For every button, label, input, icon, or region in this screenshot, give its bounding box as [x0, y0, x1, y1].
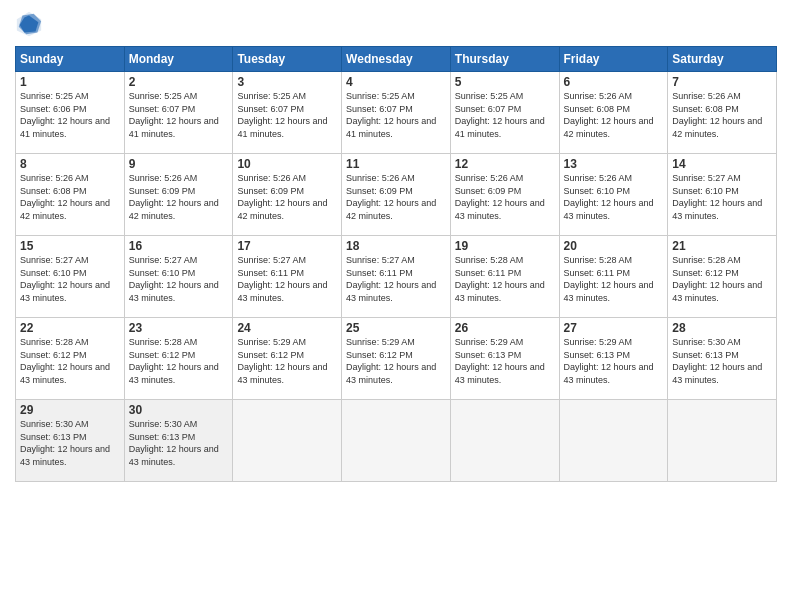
- calendar-cell: 26 Sunrise: 5:29 AM Sunset: 6:13 PM Dayl…: [450, 318, 559, 400]
- daylight-label: Daylight: 12 hours and 43 minutes.: [20, 444, 110, 467]
- day-number: 17: [237, 239, 337, 253]
- sunset-label: Sunset: 6:07 PM: [129, 104, 196, 114]
- weekday-header: Friday: [559, 47, 668, 72]
- sunrise-label: Sunrise: 5:27 AM: [20, 255, 89, 265]
- calendar-week-row: 1 Sunrise: 5:25 AM Sunset: 6:06 PM Dayli…: [16, 72, 777, 154]
- calendar-cell: 16 Sunrise: 5:27 AM Sunset: 6:10 PM Dayl…: [124, 236, 233, 318]
- day-number: 13: [564, 157, 664, 171]
- sunrise-label: Sunrise: 5:29 AM: [564, 337, 633, 347]
- sunrise-label: Sunrise: 5:25 AM: [20, 91, 89, 101]
- sunrise-label: Sunrise: 5:25 AM: [129, 91, 198, 101]
- day-info: Sunrise: 5:28 AM Sunset: 6:12 PM Dayligh…: [672, 254, 772, 304]
- daylight-label: Daylight: 12 hours and 43 minutes.: [564, 280, 654, 303]
- calendar-cell: 7 Sunrise: 5:26 AM Sunset: 6:08 PM Dayli…: [668, 72, 777, 154]
- sunset-label: Sunset: 6:13 PM: [129, 432, 196, 442]
- day-number: 29: [20, 403, 120, 417]
- day-info: Sunrise: 5:25 AM Sunset: 6:07 PM Dayligh…: [346, 90, 446, 140]
- daylight-label: Daylight: 12 hours and 43 minutes.: [455, 198, 545, 221]
- calendar-cell: 28 Sunrise: 5:30 AM Sunset: 6:13 PM Dayl…: [668, 318, 777, 400]
- daylight-label: Daylight: 12 hours and 41 minutes.: [237, 116, 327, 139]
- sunset-label: Sunset: 6:09 PM: [346, 186, 413, 196]
- sunset-label: Sunset: 6:12 PM: [237, 350, 304, 360]
- sunrise-label: Sunrise: 5:27 AM: [129, 255, 198, 265]
- logo-icon: [15, 10, 43, 38]
- sunset-label: Sunset: 6:10 PM: [564, 186, 631, 196]
- calendar-cell: 9 Sunrise: 5:26 AM Sunset: 6:09 PM Dayli…: [124, 154, 233, 236]
- sunset-label: Sunset: 6:13 PM: [564, 350, 631, 360]
- day-number: 24: [237, 321, 337, 335]
- daylight-label: Daylight: 12 hours and 42 minutes.: [237, 198, 327, 221]
- weekday-header: Sunday: [16, 47, 125, 72]
- sunrise-label: Sunrise: 5:25 AM: [237, 91, 306, 101]
- day-info: Sunrise: 5:28 AM Sunset: 6:11 PM Dayligh…: [564, 254, 664, 304]
- calendar-cell: 21 Sunrise: 5:28 AM Sunset: 6:12 PM Dayl…: [668, 236, 777, 318]
- calendar-cell: 18 Sunrise: 5:27 AM Sunset: 6:11 PM Dayl…: [342, 236, 451, 318]
- calendar-week-row: 22 Sunrise: 5:28 AM Sunset: 6:12 PM Dayl…: [16, 318, 777, 400]
- day-number: 30: [129, 403, 229, 417]
- day-number: 21: [672, 239, 772, 253]
- day-number: 12: [455, 157, 555, 171]
- sunrise-label: Sunrise: 5:30 AM: [20, 419, 89, 429]
- daylight-label: Daylight: 12 hours and 41 minutes.: [129, 116, 219, 139]
- sunrise-label: Sunrise: 5:26 AM: [346, 173, 415, 183]
- day-info: Sunrise: 5:29 AM Sunset: 6:13 PM Dayligh…: [455, 336, 555, 386]
- sunrise-label: Sunrise: 5:27 AM: [672, 173, 741, 183]
- day-number: 22: [20, 321, 120, 335]
- sunrise-label: Sunrise: 5:25 AM: [346, 91, 415, 101]
- sunset-label: Sunset: 6:13 PM: [672, 350, 739, 360]
- sunrise-label: Sunrise: 5:26 AM: [129, 173, 198, 183]
- sunset-label: Sunset: 6:06 PM: [20, 104, 87, 114]
- day-info: Sunrise: 5:27 AM Sunset: 6:10 PM Dayligh…: [672, 172, 772, 222]
- daylight-label: Daylight: 12 hours and 43 minutes.: [237, 280, 327, 303]
- weekday-header: Saturday: [668, 47, 777, 72]
- sunset-label: Sunset: 6:12 PM: [672, 268, 739, 278]
- sunrise-label: Sunrise: 5:30 AM: [129, 419, 198, 429]
- calendar-cell: 25 Sunrise: 5:29 AM Sunset: 6:12 PM Dayl…: [342, 318, 451, 400]
- calendar-week-row: 29 Sunrise: 5:30 AM Sunset: 6:13 PM Dayl…: [16, 400, 777, 482]
- day-info: Sunrise: 5:29 AM Sunset: 6:12 PM Dayligh…: [346, 336, 446, 386]
- sunset-label: Sunset: 6:13 PM: [455, 350, 522, 360]
- weekday-header: Thursday: [450, 47, 559, 72]
- daylight-label: Daylight: 12 hours and 43 minutes.: [564, 198, 654, 221]
- day-number: 23: [129, 321, 229, 335]
- sunset-label: Sunset: 6:10 PM: [129, 268, 196, 278]
- sunrise-label: Sunrise: 5:27 AM: [346, 255, 415, 265]
- day-number: 18: [346, 239, 446, 253]
- daylight-label: Daylight: 12 hours and 42 minutes.: [346, 198, 436, 221]
- day-info: Sunrise: 5:27 AM Sunset: 6:10 PM Dayligh…: [20, 254, 120, 304]
- daylight-label: Daylight: 12 hours and 42 minutes.: [564, 116, 654, 139]
- day-number: 14: [672, 157, 772, 171]
- day-info: Sunrise: 5:26 AM Sunset: 6:09 PM Dayligh…: [455, 172, 555, 222]
- day-number: 2: [129, 75, 229, 89]
- sunset-label: Sunset: 6:07 PM: [237, 104, 304, 114]
- day-number: 7: [672, 75, 772, 89]
- day-number: 6: [564, 75, 664, 89]
- day-info: Sunrise: 5:29 AM Sunset: 6:12 PM Dayligh…: [237, 336, 337, 386]
- weekday-header: Tuesday: [233, 47, 342, 72]
- day-info: Sunrise: 5:26 AM Sunset: 6:09 PM Dayligh…: [346, 172, 446, 222]
- sunrise-label: Sunrise: 5:25 AM: [455, 91, 524, 101]
- sunset-label: Sunset: 6:07 PM: [455, 104, 522, 114]
- daylight-label: Daylight: 12 hours and 43 minutes.: [672, 198, 762, 221]
- header: [15, 10, 777, 38]
- daylight-label: Daylight: 12 hours and 43 minutes.: [20, 280, 110, 303]
- calendar-cell: 11 Sunrise: 5:26 AM Sunset: 6:09 PM Dayl…: [342, 154, 451, 236]
- calendar-cell: 2 Sunrise: 5:25 AM Sunset: 6:07 PM Dayli…: [124, 72, 233, 154]
- sunrise-label: Sunrise: 5:29 AM: [346, 337, 415, 347]
- calendar-cell: 27 Sunrise: 5:29 AM Sunset: 6:13 PM Dayl…: [559, 318, 668, 400]
- day-info: Sunrise: 5:30 AM Sunset: 6:13 PM Dayligh…: [672, 336, 772, 386]
- day-info: Sunrise: 5:25 AM Sunset: 6:07 PM Dayligh…: [129, 90, 229, 140]
- calendar-cell: [559, 400, 668, 482]
- sunrise-label: Sunrise: 5:26 AM: [455, 173, 524, 183]
- calendar-week-row: 15 Sunrise: 5:27 AM Sunset: 6:10 PM Dayl…: [16, 236, 777, 318]
- calendar-cell: 19 Sunrise: 5:28 AM Sunset: 6:11 PM Dayl…: [450, 236, 559, 318]
- day-number: 4: [346, 75, 446, 89]
- sunrise-label: Sunrise: 5:26 AM: [20, 173, 89, 183]
- daylight-label: Daylight: 12 hours and 43 minutes.: [129, 444, 219, 467]
- daylight-label: Daylight: 12 hours and 43 minutes.: [672, 280, 762, 303]
- sunset-label: Sunset: 6:12 PM: [20, 350, 87, 360]
- calendar-cell: [450, 400, 559, 482]
- sunset-label: Sunset: 6:09 PM: [237, 186, 304, 196]
- sunrise-label: Sunrise: 5:26 AM: [672, 91, 741, 101]
- calendar-cell: 20 Sunrise: 5:28 AM Sunset: 6:11 PM Dayl…: [559, 236, 668, 318]
